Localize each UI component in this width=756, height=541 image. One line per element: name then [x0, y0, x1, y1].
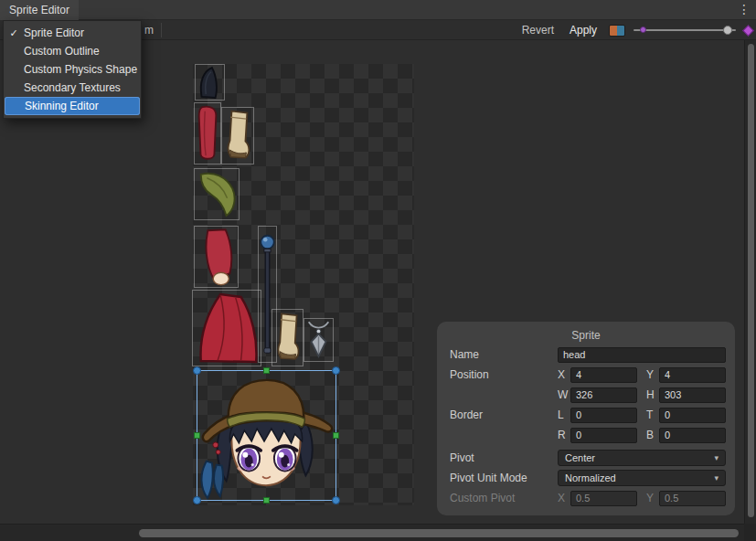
feather-ornament	[201, 461, 212, 498]
menu-item-label: Skinning Editor	[25, 100, 99, 112]
scrollbar-corner	[744, 524, 756, 541]
left-eye	[237, 446, 261, 472]
border-l-input[interactable]	[570, 408, 637, 423]
hat-tip-sprite	[196, 65, 224, 100]
sprite-editor-menu-button[interactable]: Sprite Editor	[0, 0, 79, 20]
clipped-toolbar-button-text[interactable]: m	[144, 24, 154, 37]
pivot-unit-mode-dropdown[interactable]: Normalized ▾	[558, 470, 726, 486]
border-b-input[interactable]	[659, 428, 726, 443]
border-r-label: R	[558, 429, 570, 441]
zoom-slider-handle[interactable]	[723, 26, 732, 35]
color-channel-icon[interactable]	[609, 25, 625, 37]
custom-pivot-x-input	[570, 491, 637, 506]
custom-pivot-y-label: Y	[646, 492, 659, 504]
selection-handle-bottom-right[interactable]	[332, 496, 340, 504]
boot-sprite	[222, 108, 253, 164]
earring-bead	[213, 442, 218, 448]
sprite-rect-scarf[interactable]	[194, 168, 240, 220]
sprite-editor-window: Sprite Name Position X Y W H Border L	[0, 0, 756, 541]
name-label: Name	[446, 348, 558, 361]
sprite-inspector-panel: Sprite Name Position X Y W H Border L	[437, 322, 735, 515]
border-lt-row: Border L T	[446, 405, 726, 425]
selection-handle-right-mid[interactable]	[333, 432, 339, 439]
cape-sprite	[193, 291, 261, 366]
selection-handle-bottom-mid[interactable]	[263, 497, 270, 504]
sprite-rect-boot-left[interactable]	[221, 107, 254, 164]
position-x-input[interactable]	[570, 367, 637, 383]
sprite-rect-arm[interactable]	[194, 226, 239, 288]
selection-handle-left-mid[interactable]	[194, 432, 200, 439]
selected-sprite-rect-head[interactable]	[197, 370, 336, 501]
menu-item-skinning-editor[interactable]: Skinning Editor	[5, 97, 140, 115]
sprite-rect-amulet[interactable]	[303, 318, 334, 362]
alpha-toggle-icon[interactable]	[742, 25, 754, 37]
position-y-label: Y	[646, 368, 659, 381]
menu-item-custom-physics-shape[interactable]: Custom Physics Shape	[4, 60, 141, 79]
pivot-unit-mode-value: Normalized	[565, 472, 616, 483]
sprite-rect-boot-right[interactable]	[272, 309, 303, 366]
amulet-sprite	[304, 319, 333, 361]
scarf-sprite	[195, 169, 239, 219]
menu-item-custom-outline[interactable]: Custom Outline	[4, 42, 141, 60]
menu-item-sprite-editor[interactable]: ✓ Sprite Editor	[4, 24, 141, 42]
vertical-scrollbar-thumb[interactable]	[748, 44, 754, 517]
menu-item-secondary-textures[interactable]: Secondary Textures	[4, 79, 141, 97]
sprite-rect-sleeve[interactable]	[194, 102, 221, 164]
menu-item-label: Custom Physics Shape	[24, 63, 137, 76]
border-label: Border	[446, 408, 558, 421]
position-w-input[interactable]	[570, 387, 637, 403]
name-row: Name	[446, 345, 726, 365]
position-label: Position	[446, 368, 558, 381]
chevron-down-icon: ▾	[714, 453, 719, 462]
sleeve-sprite	[195, 103, 220, 164]
menu-item-label: Sprite Editor	[24, 27, 84, 39]
window-titlebar: Sprite Editor ⋮	[0, 0, 756, 20]
border-l-label: L	[558, 408, 570, 421]
position-w-label: W	[558, 388, 570, 401]
zoom-slider[interactable]	[634, 23, 736, 37]
apply-button[interactable]: Apply	[566, 24, 601, 37]
custom-pivot-label: Custom Pivot	[446, 492, 558, 504]
border-t-input[interactable]	[659, 408, 726, 423]
feather-ornament	[214, 465, 223, 497]
arm-sprite	[195, 227, 238, 287]
zoom-slider-marker	[640, 27, 646, 33]
border-r-input[interactable]	[570, 428, 637, 443]
position-h-input[interactable]	[659, 387, 726, 403]
position-wh-row: W H	[446, 385, 726, 405]
pivot-unit-mode-row: Pivot Unit Mode Normalized ▾	[446, 468, 726, 488]
pivot-dropdown[interactable]: Center ▾	[558, 450, 726, 466]
right-eye	[273, 446, 297, 472]
position-x-label: X	[558, 368, 570, 381]
chevron-down-icon: ▾	[714, 473, 719, 483]
menu-item-label: Secondary Textures	[24, 81, 121, 94]
menu-button-label: Sprite Editor	[9, 4, 69, 16]
zoom-slider-track[interactable]	[634, 29, 736, 31]
panel-title: Sprite	[446, 326, 726, 345]
border-rb-row: R B	[446, 425, 726, 445]
border-b-label: B	[646, 429, 659, 441]
toolbar-separator	[161, 23, 162, 37]
boot-sprite	[272, 310, 303, 366]
pivot-row: Pivot Center ▾	[446, 448, 726, 468]
sprite-rect-cape[interactable]	[192, 290, 261, 366]
sprite-editor-mode-menu: ✓ Sprite Editor Custom Outline Custom Ph…	[3, 20, 142, 119]
revert-button[interactable]: Revert	[518, 24, 558, 37]
head-sprite	[197, 371, 335, 500]
custom-pivot-row: Custom Pivot X Y	[446, 488, 726, 508]
name-input[interactable]	[558, 347, 726, 363]
position-xy-row: Position X Y	[446, 365, 726, 385]
horizontal-scrollbar[interactable]	[0, 524, 744, 541]
selection-handle-bottom-left[interactable]	[193, 496, 201, 504]
selection-handle-top-right[interactable]	[332, 366, 340, 375]
selection-handle-top-mid[interactable]	[263, 367, 270, 374]
position-h-label: H	[646, 388, 659, 401]
position-y-input[interactable]	[659, 367, 726, 383]
horizontal-scrollbar-thumb[interactable]	[139, 529, 739, 537]
vertical-scrollbar[interactable]	[744, 40, 756, 524]
selection-handle-top-left[interactable]	[193, 366, 201, 375]
kebab-menu-icon[interactable]: ⋮	[736, 0, 752, 20]
custom-pivot-x-label: X	[558, 492, 570, 504]
sprite-rect-hat-tip[interactable]	[195, 64, 225, 101]
checkmark-icon: ✓	[4, 27, 24, 39]
